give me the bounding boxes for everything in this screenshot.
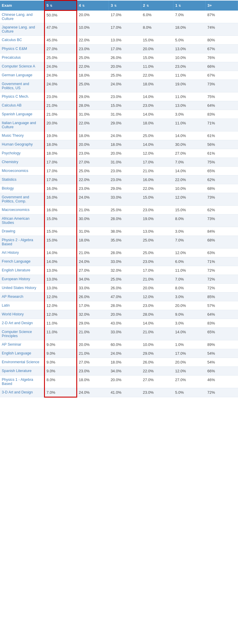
cell-s4: 31.0% — [77, 227, 109, 236]
table-row: Statistics17.0%22.0%23.0%16.0%22.0%62% — [0, 175, 238, 184]
cell-s4: 25.0% — [77, 166, 109, 175]
sort-arrow-s3[interactable]: ⇅ — [114, 4, 117, 7]
cell-exam[interactable]: English Language — [0, 349, 44, 358]
cell-exam[interactable]: Government and Politics, US — [0, 80, 44, 92]
cell-exam[interactable]: AP Seminar — [0, 340, 44, 349]
cell-exam[interactable]: Human Geography — [0, 140, 44, 149]
cell-exam[interactable]: Psychology — [0, 149, 44, 158]
col-header-s5[interactable]: 5 ⇅ — [44, 1, 77, 11]
cell-exam[interactable]: German Language — [0, 71, 44, 80]
cell-exam[interactable]: Japanese Lang. and Culture — [0, 23, 44, 36]
cell-exam[interactable]: Biology — [0, 184, 44, 193]
cell-exam[interactable]: Environmental Science — [0, 358, 44, 366]
cell-exam[interactable]: Computer Science Principles — [0, 327, 44, 340]
cell-s4: 22.0% — [77, 36, 109, 44]
table-row: 3-D Art and Design7.0%24.0%41.0%23.0%5.0… — [0, 388, 238, 397]
cell-s3plus: 61% — [206, 131, 238, 140]
table-row: Drawing15.0%31.0%38.0%13.0%3.0%84% — [0, 227, 238, 236]
table-row: Microeconomics17.0%25.0%23.0%21.0%14.0%6… — [0, 166, 238, 175]
col-header-s3[interactable]: 3 ⇅ — [109, 1, 141, 11]
cell-exam[interactable]: Precalculus — [0, 53, 44, 62]
cell-s1: 10.0% — [173, 53, 206, 62]
cell-s5: 17.0% — [44, 158, 77, 166]
cell-s3plus: 46% — [206, 375, 238, 388]
cell-exam[interactable]: Government and Politics, Comp. — [0, 193, 44, 205]
cell-s2: 17.0% — [141, 266, 173, 275]
table-row: AP Seminar9.0%20.0%60.0%10.0%1.0%89% — [0, 340, 238, 349]
cell-exam[interactable]: Italian Language and Culture — [0, 119, 44, 131]
cell-s1: 30.0% — [173, 140, 206, 149]
cell-s5: 7.0% — [44, 388, 77, 397]
cell-s5: 13.0% — [44, 283, 77, 292]
sort-arrow-s4[interactable]: ⇅ — [82, 4, 85, 7]
cell-s2: 15.0% — [141, 193, 173, 205]
cell-exam[interactable]: 2-D Art and Design — [0, 319, 44, 327]
table-row: Music Theory19.0%18.0%24.0%25.0%14.0%61% — [0, 131, 238, 140]
sort-arrow-s2[interactable]: ⇅ — [146, 4, 149, 7]
cell-s3: 38.0% — [109, 227, 141, 236]
cell-s5: 47.0% — [44, 23, 77, 36]
cell-s4: 30.0% — [77, 214, 109, 227]
cell-exam[interactable]: United States History — [0, 283, 44, 292]
cell-exam[interactable]: AP Research — [0, 292, 44, 301]
table-row: Precalculus25.0%25.0%26.0%15.0%10.0%76% — [0, 53, 238, 62]
cell-exam[interactable]: Chinese Lang. and Culture — [0, 11, 44, 23]
cell-exam[interactable]: Latin — [0, 301, 44, 310]
cell-s2: 18.0% — [141, 80, 173, 92]
cell-s1: 13.0% — [173, 101, 206, 110]
cell-exam[interactable]: Calculus BC — [0, 36, 44, 44]
cell-exam[interactable]: African American Studies — [0, 214, 44, 227]
sort-arrow-s1[interactable]: ⇅ — [178, 4, 181, 7]
cell-s5: 16.0% — [44, 205, 77, 214]
cell-s2: 19.0% — [141, 214, 173, 227]
cell-exam[interactable]: Drawing — [0, 227, 44, 236]
cell-exam[interactable]: Macroeconomics — [0, 205, 44, 214]
col-header-s2[interactable]: 2 ⇅ — [141, 1, 173, 11]
cell-exam[interactable]: Microeconomics — [0, 166, 44, 175]
table-row: World History12.0%32.0%20.0%28.0%9.0%64% — [0, 310, 238, 319]
cell-s3: 31.0% — [109, 110, 141, 119]
cell-s3plus: 73% — [206, 80, 238, 92]
cell-exam[interactable]: Physics C Mech. — [0, 92, 44, 101]
cell-s3: 32.0% — [109, 266, 141, 275]
table-row: Physics C Mech.23.0%29.0%23.0%14.0%11.0%… — [0, 92, 238, 101]
cell-exam[interactable]: Physics 2 - Algebra Based — [0, 236, 44, 248]
cell-s4: 24.0% — [77, 388, 109, 397]
cell-s2: 20.0% — [141, 44, 173, 53]
cell-s2: 22.0% — [141, 184, 173, 193]
cell-s5: 24.0% — [44, 71, 77, 80]
col-header-s4[interactable]: 4 ⇅ — [77, 1, 109, 11]
cell-exam[interactable]: Computer Science A — [0, 62, 44, 71]
cell-exam[interactable]: Spanish Literature — [0, 366, 44, 375]
cell-s3plus: 72% — [206, 266, 238, 275]
cell-exam[interactable]: English Literature — [0, 266, 44, 275]
cell-exam[interactable]: Chemistry — [0, 158, 44, 166]
cell-exam[interactable]: Calculus AB — [0, 101, 44, 110]
cell-exam[interactable]: Statistics — [0, 175, 44, 184]
col-header-s1[interactable]: 1 ⇅ — [173, 1, 206, 11]
cell-s1: 20.0% — [173, 358, 206, 366]
cell-exam[interactable]: European History — [0, 275, 44, 283]
cell-s3: 26.0% — [109, 283, 141, 292]
table-row: European History13.0%34.0%25.0%21.0%7.0%… — [0, 275, 238, 283]
cell-s1: 5.0% — [173, 36, 206, 44]
cell-exam[interactable]: French Language — [0, 257, 44, 266]
cell-s2: 8.0% — [141, 23, 173, 36]
cell-s3plus: 72% — [206, 275, 238, 283]
cell-s3plus: 84% — [206, 227, 238, 236]
sort-arrow-s5[interactable]: ⇅ — [50, 4, 52, 7]
cell-s3plus: 54% — [206, 358, 238, 366]
cell-exam[interactable]: 3-D Art and Design — [0, 388, 44, 397]
cell-exam[interactable]: Physics C E&M — [0, 44, 44, 53]
cell-s2: 25.0% — [141, 131, 173, 140]
cell-s1: 15.0% — [173, 205, 206, 214]
cell-exam[interactable]: Spanish Language — [0, 110, 44, 119]
table-row: English Language9.0%21.0%24.0%29.0%17.0%… — [0, 349, 238, 358]
cell-exam[interactable]: Art History — [0, 248, 44, 257]
table-row: Japanese Lang. and Culture47.0%10.0%17.0… — [0, 23, 238, 36]
cell-exam[interactable]: World History — [0, 310, 44, 319]
cell-s5: 15.0% — [44, 227, 77, 236]
cell-s5: 12.0% — [44, 292, 77, 301]
cell-exam[interactable]: Music Theory — [0, 131, 44, 140]
cell-exam[interactable]: Physics 1 - Algebra Based — [0, 375, 44, 388]
